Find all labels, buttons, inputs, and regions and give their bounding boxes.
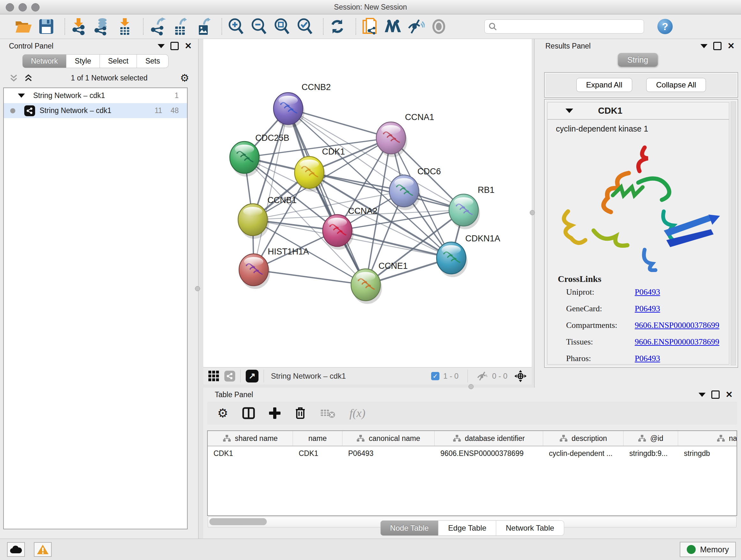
table-cell[interactable]: CDK1 — [208, 446, 293, 460]
hide-selection-icon[interactable] — [407, 17, 425, 36]
memory-button[interactable]: Memory — [680, 542, 736, 557]
window-zoom-button[interactable] — [31, 3, 40, 11]
zoom-selected-icon[interactable] — [295, 17, 314, 36]
network-node-CCNE1[interactable]: CCNE1 — [351, 261, 408, 304]
crosslink-link[interactable]: P06493 — [635, 354, 660, 363]
collapse-all-button[interactable]: Collapse All — [646, 78, 706, 92]
crosslink-link[interactable]: P06493 — [635, 304, 660, 314]
table-header-@id[interactable]: @id — [623, 431, 678, 446]
table-cell[interactable]: stringdb:9... — [623, 446, 678, 460]
open-session-icon[interactable] — [14, 17, 32, 36]
window-close-button[interactable] — [6, 3, 14, 11]
table-cell[interactable]: stringdb — [678, 446, 737, 460]
panel-float-icon[interactable] — [711, 390, 720, 399]
table-header-namespace[interactable]: namespace — [678, 431, 737, 446]
string-network-graph[interactable]: CCNB2CCNA1CDC25BCDK1CDC6RB1CCNB1CCNA2CDK… — [203, 39, 532, 367]
table-cell[interactable]: CDK1 — [293, 446, 342, 460]
crosslink-link[interactable]: P06493 — [635, 287, 660, 297]
table-header-shared-name[interactable]: shared name — [208, 431, 293, 446]
network-edge-HIST1H1A-CCNE1[interactable] — [254, 270, 366, 285]
export-image-icon[interactable] — [194, 17, 212, 36]
network-share-icon[interactable] — [224, 371, 235, 381]
export-network-icon[interactable] — [148, 17, 166, 36]
hscrollbar-thumb[interactable] — [209, 518, 267, 525]
network-node-RB1[interactable]: RB1 — [449, 185, 495, 229]
tab-network[interactable]: Network — [22, 54, 66, 68]
select-columns-icon[interactable] — [242, 407, 255, 419]
tab-string[interactable]: String — [618, 53, 658, 67]
panel-close-icon[interactable]: ✕ — [185, 43, 192, 49]
panel-close-icon[interactable]: ✕ — [725, 391, 733, 398]
left-splitter-handle[interactable] — [195, 286, 200, 291]
network-edge-CCNB2-HIST1H1A[interactable] — [254, 109, 288, 270]
network-edge-CCNB2-CCNE1[interactable] — [288, 109, 366, 285]
new-network-from-selection-icon[interactable] — [360, 17, 379, 36]
network-node-CCNA1[interactable]: CCNA1 — [376, 112, 434, 157]
network-node-CDC6[interactable]: CDC6 — [389, 167, 441, 210]
table-cell[interactable]: P06493 — [342, 446, 434, 460]
tab-style[interactable]: Style — [66, 54, 99, 68]
gear-icon[interactable]: ⚙ — [180, 73, 189, 83]
search-input[interactable] — [497, 22, 635, 31]
network-row[interactable]: String Network – cdk1 11 48 — [4, 103, 187, 118]
results-scrollbar[interactable] — [731, 102, 736, 365]
bottom-splitter-handle[interactable] — [468, 384, 474, 389]
panel-menu-icon[interactable] — [158, 44, 165, 48]
table-row[interactable]: CDK1CDK1P064939606.ENSP00000378699cyclin… — [208, 446, 737, 460]
expand-all-button[interactable]: Expand All — [576, 78, 632, 92]
export-table-icon[interactable] — [171, 17, 190, 36]
network-node-HIST1H1A[interactable]: HIST1H1A — [239, 247, 309, 289]
crosslink-link[interactable]: 9606.ENSP00000378699 — [635, 337, 719, 347]
birds-eye-view-icon[interactable]: ↗ — [246, 370, 259, 382]
zoom-in-icon[interactable] — [226, 17, 245, 36]
panel-menu-icon[interactable] — [700, 44, 708, 48]
network-node-CDKN1A[interactable]: CDKN1A — [436, 234, 500, 277]
panel-float-icon[interactable] — [171, 42, 179, 50]
node-section-header[interactable]: CDK1 — [547, 102, 729, 119]
zoom-out-icon[interactable] — [250, 17, 268, 36]
tab-edge-table[interactable]: Edge Table — [439, 520, 496, 536]
table-header-name[interactable]: name — [293, 431, 342, 446]
network-collection-row[interactable]: String Network – cdk1 1 — [4, 88, 187, 103]
table-header-description[interactable]: description — [543, 431, 623, 446]
grid-view-icon[interactable] — [208, 370, 220, 382]
panel-close-icon[interactable]: ✕ — [727, 43, 735, 49]
collection-expand-icon[interactable] — [18, 94, 25, 98]
window-minimize-button[interactable] — [18, 3, 27, 11]
refresh-icon[interactable] — [328, 17, 347, 36]
section-collapse-icon[interactable] — [565, 109, 573, 113]
show-all-icon[interactable] — [429, 17, 448, 36]
table-header-canonical-name[interactable]: canonical name — [342, 431, 434, 446]
table-cell[interactable]: 9606.ENSP00000378699 — [434, 446, 543, 460]
help-icon[interactable]: ? — [657, 19, 673, 34]
collapse-all-icon[interactable] — [9, 73, 18, 83]
table-settings-gear-icon[interactable]: ⚙ — [217, 408, 228, 418]
panel-menu-icon[interactable] — [698, 393, 705, 397]
network-node-CCNB1[interactable]: CCNB1 — [238, 195, 297, 239]
tab-network-table[interactable]: Network Table — [496, 520, 564, 536]
save-session-icon[interactable] — [37, 17, 56, 36]
first-neighbors-icon[interactable] — [384, 17, 402, 36]
tab-select[interactable]: Select — [100, 54, 137, 68]
expand-all-icon[interactable] — [23, 73, 33, 83]
import-network-from-database-icon[interactable] — [92, 17, 111, 36]
right-splitter-handle[interactable] — [530, 210, 535, 215]
import-network-from-file-icon[interactable] — [70, 17, 88, 36]
cloud-status-button[interactable] — [7, 542, 25, 557]
table-tabs: Node Table Edge Table Network Table — [380, 520, 564, 536]
add-column-icon[interactable] — [269, 408, 280, 419]
import-table-from-file-icon[interactable] — [116, 17, 134, 36]
delete-column-icon[interactable] — [294, 407, 306, 420]
selected-checkbox-icon[interactable]: ✓ — [431, 372, 440, 380]
panel-float-icon[interactable] — [713, 42, 722, 50]
zoom-fit-icon[interactable] — [273, 17, 291, 36]
crosslink-link[interactable]: 9606.ENSP00000378699 — [635, 320, 719, 330]
table-header-database-identifier[interactable]: database identifier — [434, 431, 543, 446]
toolbar-search[interactable] — [484, 19, 644, 34]
network-canvas[interactable]: CCNB2CCNA1CDC25BCDK1CDC6RB1CCNB1CCNA2CDK… — [203, 39, 532, 384]
tab-node-table[interactable]: Node Table — [380, 520, 439, 536]
tab-sets[interactable]: Sets — [137, 54, 169, 68]
table-cell[interactable]: cyclin-dependent ... — [543, 446, 623, 460]
warning-status-button[interactable] — [34, 542, 52, 557]
pan-crosshair-icon[interactable] — [514, 369, 527, 383]
